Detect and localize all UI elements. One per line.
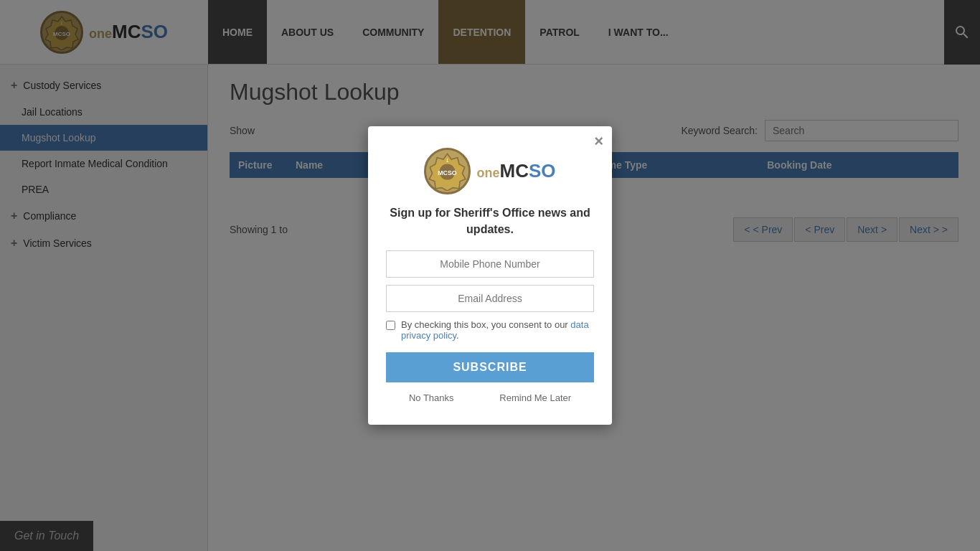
modal-links-row: No Thanks Remind Me Later <box>386 392 594 403</box>
modal-overlay: × MCSO 1 oneMCSO Sign up for Sheriff's O… <box>0 0 980 551</box>
consent-text: By checking this box, you consent to our… <box>401 319 594 341</box>
modal-logo-text: oneMCSO <box>476 160 555 182</box>
modal-logo: MCSO 1 oneMCSO <box>386 148 594 194</box>
phone-input[interactable] <box>386 250 594 278</box>
svg-text:MCSO: MCSO <box>438 169 458 176</box>
subscribe-button[interactable]: SUBSCRIBE <box>386 352 594 382</box>
consent-row: By checking this box, you consent to our… <box>386 319 594 341</box>
modal-badge-icon: MCSO 1 <box>424 148 471 194</box>
consent-prefix: By checking this box, you consent to our <box>401 319 570 330</box>
no-thanks-link[interactable]: No Thanks <box>409 392 454 403</box>
modal-sheriff-icon: MCSO 1 <box>428 151 467 191</box>
remind-later-link[interactable]: Remind Me Later <box>499 392 571 403</box>
modal-close-button[interactable]: × <box>594 133 603 149</box>
svg-text:1: 1 <box>446 159 449 164</box>
modal-title: Sign up for Sheriff's Office news and up… <box>386 205 594 237</box>
consent-period: . <box>456 330 459 341</box>
consent-checkbox[interactable] <box>386 321 395 330</box>
modal-box: × MCSO 1 oneMCSO Sign up for Sheriff's O… <box>368 126 612 425</box>
email-input[interactable] <box>386 285 594 312</box>
